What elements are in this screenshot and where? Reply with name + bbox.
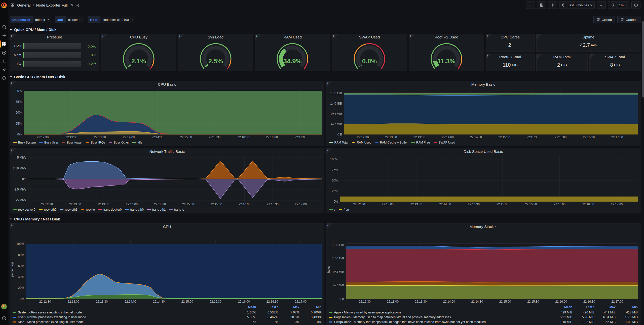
sidebar-item-dashboards[interactable] [0,40,8,48]
panel-title[interactable]: CPU [10,223,324,230]
info-icon[interactable]: i [10,223,16,229]
legend-sort-column[interactable]: Last * [572,305,594,309]
legend-table-row[interactable]: Nice - Niced processes executing in user… [13,319,322,324]
legend-item[interactable]: recv docker0 [13,208,35,211]
panel-title[interactable]: Disk Space Used Basic [326,148,640,155]
panel-title[interactable]: Memory Stack [326,223,640,230]
info-icon[interactable]: i [537,34,543,40]
legend-item[interactable]: Busy Other [109,141,129,144]
legend-sort-column[interactable]: Min [299,305,322,309]
info-icon[interactable]: i [486,54,492,60]
panel-title[interactable]: Sys Load [178,34,253,40]
panel-title[interactable]: RootFS Total [499,54,521,60]
legend-item[interactable]: recv eth0 [39,208,56,211]
network-basic-chart[interactable]: 22:12:3022:13:0022:13:3022:14:0022:14:30… [10,155,324,207]
refresh-interval-dropdown[interactable]: 1m [617,2,629,9]
legend-item[interactable]: RAM Used [352,141,371,144]
legend-item[interactable]: trans lo [169,208,184,211]
panel-title[interactable]: SWAP Used [332,34,407,40]
panel-title[interactable]: Network Traffic Basic [10,148,324,155]
star-icon[interactable] [70,3,74,7]
info-icon[interactable]: i [590,54,596,60]
legend-item[interactable]: recv eth1 [60,208,77,211]
legend-table-row[interactable]: SwapCache - Memory that keeps track of p… [329,319,638,324]
legend-item[interactable]: trans eth0 [125,208,143,211]
row-header-quick[interactable]: Quick CPU / Mem / Disk [10,26,640,33]
breadcrumb-section[interactable]: General [17,3,30,7]
sidebar-item-search[interactable] [0,23,8,31]
legend-table-row[interactable]: System - Processes executing in kernel m… [13,310,322,315]
sidebar-item-explore[interactable] [0,48,8,57]
disk-basic-chart[interactable]: 22:12:3022:13:0022:13:3022:14:0022:14:30… [326,155,640,207]
grafana-logo-icon[interactable] [1,2,7,9]
info-icon[interactable]: i [332,34,338,40]
legend-item[interactable]: Busy IRQs [86,141,105,144]
legend-table-row[interactable]: Apps - Memory used by user-space applica… [329,310,638,315]
info-icon[interactable]: i [255,34,261,40]
memory-basic-chart[interactable]: 22:12:3022:13:0022:13:3022:14:0022:14:30… [326,88,640,140]
panel-title[interactable]: Root FS Used [409,34,484,40]
legend-item[interactable]: recv lo [81,208,95,211]
panel-title[interactable]: Uptime [582,34,594,40]
legend-item[interactable]: RAM Cache + Buffer [375,141,408,144]
dashboard-grid-icon[interactable] [11,3,15,7]
host-select[interactable]: controller-01:9100 [100,16,135,23]
time-range-picker[interactable]: Last 5 minutes [559,2,595,9]
cpu-basic-chart[interactable]: 22:12:3022:13:0022:13:3022:14:0022:14:30… [10,88,324,140]
share-icon[interactable] [76,3,80,7]
legend-item[interactable]: trans eth1 [147,208,166,211]
sidebar-item-alerting[interactable] [0,57,8,65]
legend-item[interactable]: RAM Free [411,141,430,144]
info-icon[interactable]: i [326,223,332,229]
legend-table-row[interactable]: User - Normal processes executing in use… [13,315,322,319]
info-icon[interactable]: i [10,34,16,40]
info-icon[interactable]: i [326,81,332,87]
datasource-select[interactable]: default [33,16,51,23]
legend-item[interactable]: Busy User [39,141,58,144]
sidebar-item-configuration[interactable] [0,65,8,74]
dashboard-settings-button[interactable] [548,2,557,9]
legend-sort-column[interactable]: Mean [234,305,256,309]
sidebar-item-help[interactable]: ? [0,314,8,322]
panel-title[interactable]: Pressure [10,34,99,40]
info-icon[interactable]: i [10,148,16,154]
legend-item[interactable]: /run [339,208,349,211]
legend-item[interactable]: Busy Iowait [62,141,82,144]
panel-title[interactable]: CPU Cores [501,34,520,40]
info-icon[interactable]: i [101,34,107,40]
user-avatar[interactable] [1,304,7,309]
job-select[interactable]: cluster [66,16,84,23]
info-icon[interactable]: i [10,81,16,87]
panel-title[interactable]: RAM Used [255,34,330,40]
add-panel-button[interactable] [526,2,535,9]
panel-title[interactable]: Memory Basic [326,81,640,88]
row-header-cpu-memory[interactable]: CPU / Memory / Net / Disk [10,215,640,223]
cpu-chart[interactable]: 22:12:3022:13:0022:13:3022:14:0022:14:30… [10,238,324,304]
panel-title[interactable]: CPU Basic [10,81,324,88]
legend-sort-column[interactable]: Max [278,305,299,309]
info-icon[interactable]: i [178,34,184,40]
legend-item[interactable]: Busy System [13,141,36,144]
legend-sort-column[interactable]: Max [594,305,616,309]
legend-sort-column[interactable]: Last * [256,305,278,309]
legend-item[interactable]: / [329,208,335,211]
info-icon[interactable]: i [486,34,492,40]
legend-table-row[interactable]: PageTables - Memory used to map between … [329,315,638,319]
legend-item[interactable]: RAM Total [329,141,348,144]
legend-item[interactable]: trans docker0 [98,208,122,211]
info-icon[interactable]: i [326,148,332,154]
info-icon[interactable]: i [409,34,415,40]
legend-sort-column[interactable]: Mean [550,305,572,309]
github-link-button[interactable]: GitHub [593,16,615,23]
sidebar-item-create[interactable] [0,31,8,40]
memory-stack-chart[interactable]: 22:12:3022:13:0022:13:3022:14:0022:14:30… [326,238,640,304]
zoom-out-button[interactable] [597,2,606,9]
refresh-button[interactable] [608,2,617,9]
legend-item[interactable]: SWAP Used [434,141,455,144]
scrollbar[interactable] [642,10,644,325]
grafana-link-button[interactable]: Grafana [617,16,640,23]
row-header-basic[interactable]: Basic CPU / Mem / Net / Disk [10,73,640,80]
info-icon[interactable]: i [537,54,543,60]
save-dashboard-button[interactable] [537,2,546,9]
panel-title[interactable]: RAM Total [553,54,571,60]
